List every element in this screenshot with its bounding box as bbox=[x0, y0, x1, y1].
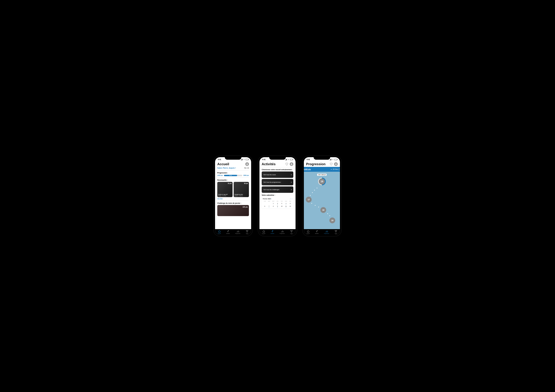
chart-icon bbox=[236, 230, 239, 233]
progression-label: Progression : bbox=[217, 172, 249, 174]
runner-icon bbox=[226, 230, 229, 233]
greeting-text: Salut, Pierre_dupuis ! bbox=[217, 167, 236, 169]
chart-icon bbox=[325, 230, 328, 233]
cal-date[interactable]: 5 bbox=[288, 202, 292, 205]
heart-icon[interactable] bbox=[330, 163, 333, 166]
runner-icon bbox=[315, 230, 318, 233]
banner-fities: 26 Fitiesi bbox=[330, 169, 340, 170]
page-title: Activités bbox=[262, 162, 276, 166]
nav-accueil[interactable]: Accueil bbox=[307, 230, 310, 234]
notch bbox=[269, 156, 286, 160]
svg-point-4 bbox=[336, 163, 336, 164]
battery-icon bbox=[290, 159, 293, 160]
nav-activites[interactable]: Activités bbox=[270, 230, 274, 234]
svg-point-0 bbox=[247, 163, 248, 164]
nouveautes-label: Nouveautés : bbox=[217, 179, 249, 181]
cal-date[interactable]: 4 bbox=[284, 202, 288, 205]
progress-fill: 72 % bbox=[224, 175, 237, 176]
nav-activites[interactable]: Activités bbox=[315, 230, 319, 234]
nav-progression[interactable]: Progression bbox=[235, 230, 240, 234]
btn-cours[interactable]: Voir tous les cours› bbox=[262, 171, 293, 178]
cal-date[interactable]: 10 bbox=[280, 205, 284, 207]
bottom-nav: Accueil Activités Progression Ligue bbox=[215, 229, 251, 235]
trophy-icon bbox=[290, 230, 293, 233]
voir-plus-link[interactable]: Voir plus bbox=[217, 198, 223, 199]
signal-icon bbox=[285, 159, 287, 160]
level-current[interactable]: 16 bbox=[318, 178, 326, 185]
nav-progression[interactable]: Progression bbox=[324, 230, 329, 234]
level-tooltip: 1435 / 2000 pts bbox=[317, 174, 327, 176]
challenge-card[interactable]: 425 pts bbox=[217, 205, 249, 216]
avatar-icon[interactable] bbox=[290, 162, 293, 166]
pts-max: 2000 pts bbox=[243, 175, 249, 176]
challenge-label: Challenge du mois de janvier : bbox=[217, 202, 249, 204]
phone-activites: 9:41 Activités Choisissez votre nouvel e… bbox=[258, 156, 297, 236]
divider bbox=[217, 170, 249, 171]
status-time: 9:41 bbox=[262, 159, 266, 161]
progression-map[interactable]: 1435 / 2000 pts 16 17 18 19 bbox=[304, 172, 340, 229]
cal-next[interactable]: › bbox=[292, 198, 292, 200]
cal-date[interactable]: 9 bbox=[276, 205, 280, 207]
nav-accueil[interactable]: Accueil bbox=[262, 230, 265, 234]
bottom-nav: Accueil Activités Progression Ligue bbox=[304, 229, 340, 235]
divider bbox=[217, 178, 249, 178]
home-icon bbox=[262, 230, 265, 233]
calendar: Février 2023 › ‹ › LUNMARMERJEUVENSAMDIM… bbox=[262, 197, 293, 209]
chevron-right-icon: › bbox=[291, 181, 292, 183]
wifi-icon bbox=[332, 159, 334, 160]
cal-date[interactable] bbox=[263, 202, 267, 205]
signal-icon bbox=[241, 159, 242, 160]
workout-card[interactable]: 90 pts Straight-Up Abs Avancé⏱ 60 min bbox=[234, 182, 249, 197]
level-node[interactable]: 17 bbox=[306, 197, 312, 202]
bottom-nav: Accueil Activités Progression Ligue bbox=[259, 229, 296, 235]
btn-challenges[interactable]: Voir tous les challenges› bbox=[262, 186, 293, 193]
progress-bar: 72 % bbox=[224, 175, 242, 176]
status-time: 9:41 bbox=[218, 159, 221, 161]
avatar-icon[interactable] bbox=[245, 162, 249, 166]
level-text: Niv 16 bbox=[244, 167, 249, 169]
cal-date[interactable]: 7 bbox=[267, 205, 271, 207]
nav-ligue[interactable]: Ligue bbox=[335, 230, 337, 234]
avatar-icon[interactable] bbox=[334, 162, 338, 166]
page-title: Accueil bbox=[217, 162, 229, 166]
chevron-right-icon: › bbox=[291, 188, 292, 191]
progression-banner: 1435 pts 26 Fitiesi bbox=[304, 167, 340, 172]
heart-icon[interactable] bbox=[285, 163, 288, 166]
nav-progression[interactable]: Progression bbox=[280, 230, 285, 234]
cal-date[interactable] bbox=[267, 202, 271, 205]
nav-ligue[interactable]: Ligue bbox=[290, 230, 293, 234]
nav-activites[interactable]: Activités bbox=[226, 230, 230, 234]
chevron-right-icon[interactable]: › bbox=[271, 198, 272, 200]
trophy-icon bbox=[246, 230, 248, 233]
pts-current: 1435 pts bbox=[217, 175, 223, 176]
home-icon bbox=[307, 230, 310, 233]
battery-icon bbox=[246, 159, 248, 160]
phone-progression: 9:41 Progression 1435 pts 26 Fitiesi 143… bbox=[302, 156, 341, 236]
signal-icon bbox=[330, 159, 331, 160]
btn-programmes[interactable]: Voir tous les programmes :› bbox=[262, 179, 293, 185]
nav-ligue[interactable]: Ligue bbox=[246, 230, 248, 234]
workout-card[interactable]: 35 pts Cardio & Legs HIT Avancé⏱ 15 min bbox=[217, 182, 233, 197]
divider bbox=[262, 167, 293, 167]
phone-accueil: 9:41 Accueil Salut, Pierre_dupuis ! Niv … bbox=[214, 156, 253, 236]
cal-date[interactable]: 6 bbox=[263, 205, 267, 207]
calendar-label: Votre calendrier : bbox=[262, 194, 293, 196]
cal-date[interactable]: 2 bbox=[276, 202, 280, 205]
cal-date[interactable]: 3 bbox=[280, 202, 284, 205]
notch bbox=[314, 156, 330, 160]
cal-date[interactable]: 12 bbox=[288, 205, 292, 207]
cal-date[interactable]: 11 bbox=[284, 205, 288, 207]
nav-accueil[interactable]: Accueil bbox=[218, 230, 221, 234]
svg-point-5 bbox=[317, 230, 317, 231]
cal-date[interactable]: 1 bbox=[271, 202, 275, 205]
cal-date[interactable]: 8 bbox=[271, 205, 275, 207]
level-node[interactable]: 18 bbox=[320, 207, 326, 213]
page-title: Progression bbox=[306, 162, 326, 166]
chart-icon bbox=[281, 230, 284, 233]
banner-pts[interactable]: 1435 pts bbox=[304, 168, 311, 170]
notch bbox=[225, 156, 241, 160]
info-icon[interactable]: i bbox=[339, 169, 340, 170]
home-icon bbox=[218, 230, 221, 233]
level-node[interactable]: 19 bbox=[329, 217, 335, 223]
cal-prev[interactable]: ‹ bbox=[290, 198, 291, 200]
